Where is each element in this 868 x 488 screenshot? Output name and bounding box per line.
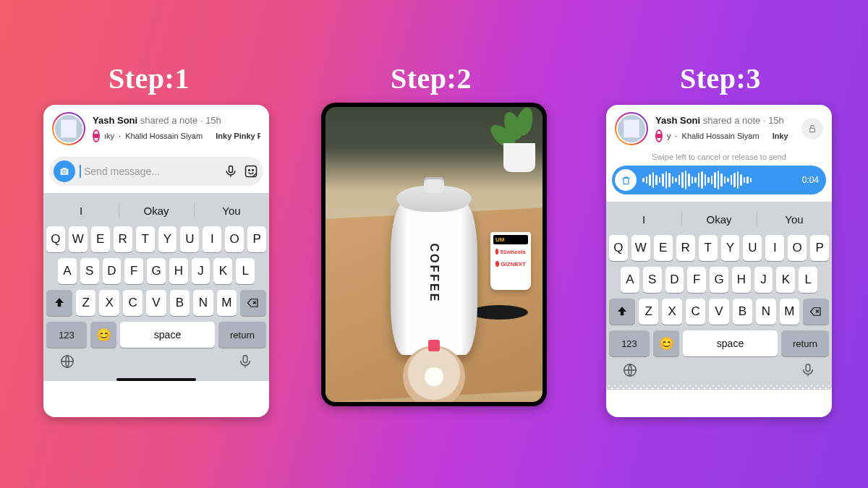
return-key[interactable]: return	[218, 322, 266, 348]
dictation-icon[interactable]	[800, 362, 816, 381]
key-y[interactable]: Y	[721, 235, 740, 261]
key-m[interactable]: M	[780, 299, 799, 325]
key-n[interactable]: N	[193, 290, 213, 316]
sticker-button[interactable]	[243, 163, 259, 179]
space-key[interactable]: space	[120, 322, 215, 348]
globe-icon[interactable]	[622, 362, 638, 381]
key-p[interactable]: P	[247, 226, 266, 252]
key-m[interactable]: M	[217, 290, 237, 316]
suggestion[interactable]: You	[194, 197, 269, 223]
key-k[interactable]: K	[213, 258, 232, 284]
key-o[interactable]: O	[788, 235, 807, 261]
note-card[interactable]: Yash Soni shared a note · 15h ıky · Khal…	[43, 105, 269, 150]
key-r[interactable]: R	[676, 235, 695, 261]
emoji-key[interactable]: 😊	[90, 322, 116, 348]
key-p[interactable]: P	[810, 235, 829, 261]
key-y[interactable]: Y	[158, 226, 177, 252]
key-b[interactable]: B	[170, 290, 190, 316]
key-v[interactable]: V	[709, 299, 728, 325]
globe-icon[interactable]	[59, 354, 75, 372]
key-e[interactable]: E	[654, 235, 673, 261]
suggestion-bar: I Okay You	[606, 206, 832, 232]
suggestion[interactable]: Okay	[681, 206, 757, 232]
key-row-3: ZXCVBNM	[43, 287, 269, 319]
svg-point-3	[249, 170, 250, 171]
key-i[interactable]: I	[203, 226, 221, 252]
numbers-key[interactable]: 123	[609, 330, 650, 356]
key-w[interactable]: W	[631, 235, 650, 261]
suggestion[interactable]: I	[43, 197, 119, 223]
numbers-key[interactable]: 123	[46, 322, 87, 348]
key-r[interactable]: R	[114, 226, 132, 252]
message-input-row	[49, 157, 263, 186]
key-h[interactable]: H	[169, 258, 188, 284]
key-w[interactable]: W	[69, 226, 88, 252]
trash-button[interactable]	[615, 169, 637, 191]
key-x[interactable]: X	[662, 299, 681, 325]
story-avatar[interactable]	[52, 112, 85, 145]
note-card[interactable]: Yash Soni shared a note · 15h y · Khalid…	[606, 105, 832, 150]
key-j[interactable]: J	[192, 258, 210, 284]
suggestion-bar: I Okay You	[43, 197, 269, 223]
backspace-key[interactable]	[803, 299, 829, 325]
key-n[interactable]: N	[756, 299, 775, 325]
key-u[interactable]: U	[743, 235, 762, 261]
backspace-key[interactable]	[240, 290, 266, 316]
key-row-2: ASDFGHJKL	[606, 264, 832, 296]
key-f[interactable]: F	[124, 258, 143, 284]
key-g[interactable]: G	[147, 258, 166, 284]
emoji-key[interactable]: 😊	[653, 330, 679, 356]
voice-timer: 0:04	[802, 175, 819, 185]
key-d[interactable]: D	[665, 267, 684, 293]
key-c[interactable]: C	[123, 290, 142, 316]
key-g[interactable]: G	[710, 267, 728, 293]
key-s[interactable]: S	[80, 258, 99, 284]
shutter-button[interactable]	[403, 346, 465, 402]
key-z[interactable]: Z	[639, 299, 658, 325]
shift-key[interactable]	[609, 299, 635, 325]
message-input[interactable]	[82, 165, 218, 178]
key-d[interactable]: D	[103, 258, 122, 284]
key-h[interactable]: H	[732, 267, 751, 293]
suggestion[interactable]: I	[606, 206, 681, 232]
key-q[interactable]: Q	[609, 235, 628, 261]
key-f[interactable]: F	[687, 267, 706, 293]
key-e[interactable]: E	[91, 226, 110, 252]
key-q[interactable]: Q	[46, 226, 65, 252]
key-t[interactable]: T	[699, 235, 718, 261]
key-o[interactable]: O	[225, 226, 244, 252]
key-s[interactable]: S	[643, 267, 662, 293]
voice-recording-row[interactable]: 0:04	[612, 166, 826, 194]
suggestion[interactable]: Okay	[119, 197, 194, 223]
home-indicator[interactable]	[116, 378, 196, 381]
camera-button[interactable]	[54, 160, 75, 182]
svg-rect-6	[243, 356, 247, 363]
key-u[interactable]: U	[180, 226, 199, 252]
step-2-label: Step:2	[391, 61, 472, 95]
key-t[interactable]: T	[136, 226, 155, 252]
key-a[interactable]: A	[621, 267, 639, 293]
key-l[interactable]: L	[799, 267, 817, 293]
key-v[interactable]: V	[146, 290, 166, 316]
space-key[interactable]: space	[683, 330, 778, 356]
key-b[interactable]: B	[733, 299, 752, 325]
shift-key[interactable]	[46, 290, 72, 316]
story-avatar[interactable]	[615, 112, 648, 145]
music-indicator-icon	[655, 129, 663, 142]
music-indicator-icon	[93, 129, 100, 142]
key-a[interactable]: A	[58, 258, 77, 284]
suggestion[interactable]: You	[757, 206, 832, 232]
key-j[interactable]: J	[754, 267, 773, 293]
dictation-icon[interactable]	[237, 354, 253, 372]
key-i[interactable]: I	[765, 235, 784, 261]
waveform	[642, 166, 796, 194]
key-k[interactable]: K	[776, 267, 795, 293]
return-key[interactable]: return	[781, 330, 829, 356]
microphone-button[interactable]	[223, 163, 239, 179]
phone-step-2: UM 91wheels GIZNEXT COFFEE	[321, 103, 547, 406]
key-l[interactable]: L	[236, 258, 255, 284]
lock-button[interactable]	[801, 118, 823, 140]
key-z[interactable]: Z	[76, 290, 95, 316]
key-x[interactable]: X	[99, 290, 119, 316]
key-c[interactable]: C	[686, 299, 705, 325]
